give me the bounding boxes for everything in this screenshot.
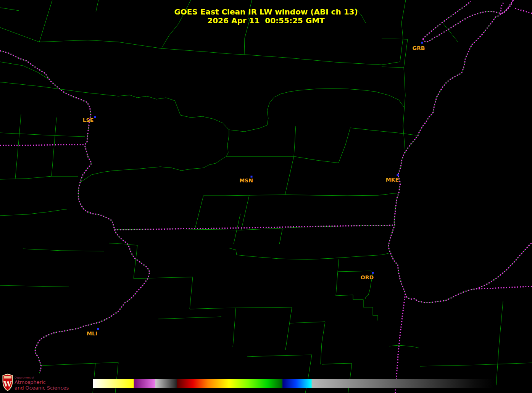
mississippi-river-border-dotted	[0, 51, 150, 373]
svg-text:W: W	[3, 380, 12, 388]
county-line-22	[0, 133, 85, 137]
county-line-39	[0, 209, 67, 216]
station-dot-ORD	[372, 272, 374, 274]
title-line-1: GOES East Clean IR LW window (ABI ch 13)	[0, 8, 532, 16]
county-line-63	[389, 345, 419, 348]
il-in-border-dotted	[395, 294, 405, 393]
county-line-51	[190, 277, 193, 309]
uw-crest-icon: W	[2, 374, 13, 391]
temperature-colorbar	[93, 379, 494, 388]
station-dot-MLI	[97, 328, 99, 330]
county-line-6	[161, 48, 244, 55]
station-marker-MSN: MSN	[239, 176, 253, 184]
uw-aos-logo: W Department of Atmospheric and Oceanic …	[2, 374, 69, 391]
county-line-19	[15, 145, 18, 179]
logo-dept-of: Department of	[15, 377, 69, 379]
county-line-57	[290, 322, 325, 323]
county-line-33	[241, 195, 249, 230]
station-marker-GRB: GRB	[413, 42, 425, 52]
county-line-46	[23, 249, 104, 251]
station-dot-MKE	[397, 174, 399, 176]
county-line-17	[18, 114, 21, 145]
station-dot-LSE	[94, 116, 96, 118]
county-line-58	[321, 322, 325, 364]
county-line-31	[195, 196, 203, 230]
county-line-53	[158, 317, 221, 319]
county-line-49	[134, 245, 137, 279]
county-line-14	[0, 62, 49, 79]
station-label-ORD: ORD	[361, 274, 374, 280]
station-label-LSE: LSE	[83, 117, 94, 123]
station-label-MSN: MSN	[239, 177, 253, 184]
mississippi-river-border-shore-line	[0, 51, 150, 373]
station-marker-MKE: MKE	[386, 174, 399, 183]
county-line-4	[39, 40, 161, 48]
county-line-67	[115, 362, 118, 393]
goes-satellite-image-page: { "title": { "line1": "GOES East Clean I…	[0, 0, 532, 393]
station-marker-LSE: LSE	[83, 116, 96, 124]
in-mi-border-dotted	[476, 287, 532, 289]
station-marker-MLI: MLI	[87, 328, 99, 337]
station-dot-GRB	[421, 42, 423, 44]
station-label-GRB: GRB	[413, 45, 425, 51]
county-line-65	[420, 363, 532, 366]
county-line-23	[229, 89, 375, 132]
logo-text: Department of Atmospheric and Oceanic Sc…	[15, 374, 69, 390]
county-line-45	[336, 295, 378, 321]
county-line-16	[118, 95, 229, 130]
logo-line-atmospheric: Atmospheric	[15, 380, 69, 385]
county-line-20	[52, 145, 54, 176]
county-line-37	[234, 214, 240, 244]
county-line-30	[350, 128, 418, 135]
station-label-MKE: MKE	[386, 177, 399, 183]
county-line-38	[279, 229, 282, 244]
county-line-21	[0, 176, 78, 179]
county-line-64	[496, 301, 503, 385]
logo-line-oceanic: and Oceanic Sciences	[15, 385, 69, 390]
county-line-12	[382, 39, 408, 68]
county-line-25	[80, 130, 229, 182]
county-line-34	[285, 156, 294, 195]
lake-michigan-shoreline-shore-line	[389, 0, 532, 303]
county-line-28	[294, 156, 339, 163]
county-line-69	[443, 23, 458, 42]
county-line-40	[229, 248, 389, 259]
county-line-62	[348, 363, 352, 393]
county-line-32	[203, 195, 285, 196]
county-line-13	[403, 68, 405, 153]
county-line-24	[375, 92, 404, 107]
county-line-8	[244, 55, 400, 65]
county-line-52	[190, 308, 236, 309]
county-line-61	[322, 363, 352, 364]
satellite-map: GRBLSEMSNMKEORDMLI	[0, 0, 532, 393]
image-title: GOES East Clean IR LW window (ABI ch 13)…	[0, 8, 532, 25]
county-line-41	[338, 259, 339, 272]
county-line-48	[0, 285, 69, 287]
mn-ia-border-dotted	[0, 145, 85, 145]
county-line-29	[339, 128, 350, 163]
county-line-55	[285, 307, 292, 350]
county-line-68	[93, 363, 95, 393]
county-line-11	[382, 39, 408, 39]
county-line-59	[247, 355, 312, 357]
county-line-42	[338, 271, 371, 272]
title-line-2: 2026 Apr 11 00:55:25 GMT	[0, 16, 532, 25]
county-line-18	[54, 118, 56, 145]
lake-michigan-shoreline-dotted	[389, 0, 532, 303]
county-line-47	[109, 243, 137, 245]
county-line-43	[336, 272, 338, 296]
station-label-MLI: MLI	[87, 330, 97, 337]
county-line-54	[236, 307, 292, 308]
county-line-2	[0, 27, 39, 42]
county-line-66	[41, 362, 118, 366]
county-line-50	[134, 277, 193, 279]
county-line-56	[233, 308, 236, 347]
station-marker-ORD: ORD	[361, 272, 374, 281]
county-line-35	[285, 193, 400, 196]
county-line-27	[294, 126, 296, 156]
